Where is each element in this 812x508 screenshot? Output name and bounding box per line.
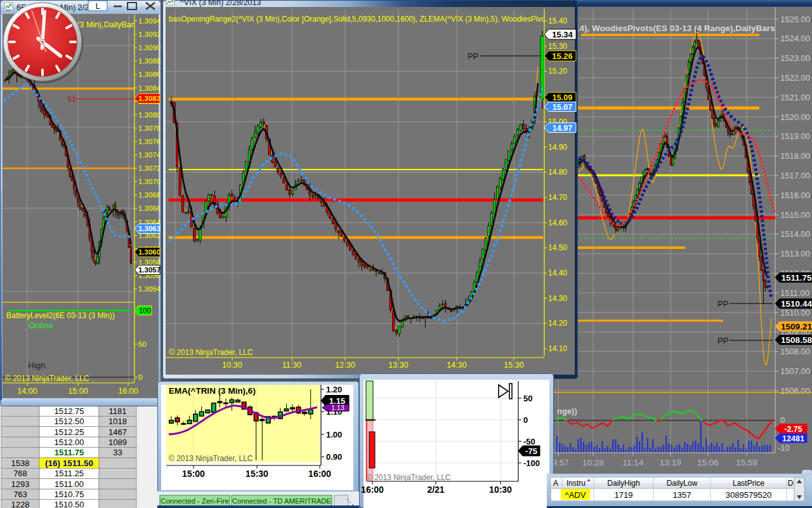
svg-text:© 2013 NinjaTrader, LLC: © 2013 NinjaTrader, LLC (169, 454, 253, 463)
svg-text:14:30: 14:30 (447, 361, 466, 370)
svg-text:15.07: 15.07 (553, 103, 572, 112)
svg-text:768: 768 (13, 469, 27, 478)
svg-text:1.3088: 1.3088 (138, 57, 160, 65)
svg-text:15:00: 15:00 (68, 387, 88, 396)
svg-text:1.3060: 1.3060 (138, 248, 160, 256)
svg-text:S1: S1 (67, 95, 75, 103)
svg-text:1.00: 1.00 (326, 430, 342, 439)
svg-text:1510.50: 1510.50 (55, 500, 84, 508)
svg-text:33: 33 (113, 448, 122, 457)
svg-text:DailyLow: DailyLow (667, 479, 698, 488)
svg-text:3089579520: 3089579520 (726, 490, 771, 500)
svg-text:1467: 1467 (108, 427, 127, 437)
svg-text:13:19: 13:19 (660, 458, 681, 467)
svg-text:14.97: 14.97 (553, 124, 572, 133)
svg-text:1.20: 1.20 (326, 385, 342, 394)
svg-text:1514.00: 1514.00 (780, 229, 810, 239)
svg-text:15:30: 15:30 (504, 361, 523, 370)
svg-text:13:30: 13:30 (388, 361, 408, 370)
svg-text:© 2013 NinjaTrader, LLC: © 2013 NinjaTrader, LLC (169, 348, 253, 357)
svg-text:1508.58: 1508.58 (781, 335, 812, 345)
svg-text:15:59: 15:59 (736, 458, 757, 467)
svg-text:EMA(^TRIN (3 Min),6): EMA(^TRIN (3 Min),6) (169, 386, 256, 396)
svg-text:Instru: Instru (566, 479, 586, 488)
svg-text:1523.00: 1523.00 (780, 53, 810, 63)
svg-text:1511.00: 1511.00 (55, 479, 84, 489)
svg-text:(16) 1511.50: (16) 1511.50 (45, 458, 93, 468)
svg-text:1511.00: 1511.00 (780, 288, 809, 298)
svg-text:14.90: 14.90 (548, 143, 567, 152)
svg-text:15.20: 15.20 (548, 67, 567, 76)
svg-text:basOpeningRange2(^VIX (3 Min),: basOpeningRange2(^VIX (3 Min),Color [Ora… (169, 15, 570, 23)
svg-text:1.3063: 1.3063 (138, 225, 160, 232)
svg-text:1516.00: 1516.00 (780, 190, 810, 200)
svg-text:1507.00: 1507.00 (780, 366, 810, 376)
svg-text:1.3084: 1.3084 (138, 84, 161, 92)
svg-text:1.3080: 1.3080 (138, 111, 160, 119)
svg-text:10:30: 10:30 (489, 485, 512, 495)
svg-text:15.26: 15.26 (552, 51, 573, 61)
svg-text:DailyHigh: DailyHigh (607, 479, 639, 488)
svg-text:100: 100 (139, 307, 151, 314)
svg-text:1518.00: 1518.00 (780, 151, 810, 161)
svg-text:Online: Online (29, 321, 53, 330)
svg-text:1.3078: 1.3078 (138, 124, 160, 132)
svg-text:15.34: 15.34 (552, 30, 573, 39)
svg-text:1511.25: 1511.25 (55, 469, 84, 478)
svg-text:1525.00: 1525.00 (780, 15, 810, 24)
svg-text:15:00: 15:00 (182, 469, 205, 479)
svg-text:1517.00: 1517.00 (780, 171, 810, 180)
svg-text:1.3054: 1.3054 (138, 285, 161, 293)
svg-text:50: 50 (523, 394, 532, 403)
svg-text:1511.75: 1511.75 (55, 448, 84, 457)
svg-text:10:28: 10:28 (582, 458, 604, 467)
svg-text:1522.00: 1522.00 (780, 73, 810, 83)
svg-text:1510.44: 1510.44 (781, 299, 812, 309)
svg-text:10:30: 10:30 (222, 361, 242, 370)
svg-text:16:00: 16:00 (308, 469, 331, 479)
svg-text:1089: 1089 (108, 438, 127, 447)
svg-text:16:00: 16:00 (361, 485, 384, 495)
svg-text:1.3074: 1.3074 (138, 151, 161, 159)
svg-text:1357: 1357 (673, 490, 691, 500)
svg-text:1.3070: 1.3070 (138, 178, 160, 185)
svg-text:PP: PP (468, 51, 478, 61)
svg-text:12481: 12481 (782, 434, 804, 443)
svg-text:1228: 1228 (11, 500, 30, 508)
svg-text:1.3072: 1.3072 (138, 164, 160, 172)
svg-text:1.3090: 1.3090 (138, 44, 160, 51)
svg-text:11:14: 11:14 (623, 458, 644, 467)
svg-text:1018: 1018 (108, 417, 127, 426)
svg-text:1.3086: 1.3086 (138, 70, 160, 78)
svg-text:14.60: 14.60 (548, 218, 567, 227)
svg-text:14), WoodiesPivots(ES 03-13: 14), WoodiesPivots(ES 03-13 (4 Range),Da… (575, 23, 775, 33)
svg-text:1513.00: 1513.00 (780, 249, 810, 258)
svg-text:1.3057: 1.3057 (138, 266, 160, 274)
svg-text:Connected - TD AMERITRADE: Connected - TD AMERITRADE (232, 497, 332, 505)
svg-text:-2.75: -2.75 (784, 425, 802, 434)
svg-text:1.3068: 1.3068 (138, 191, 160, 199)
svg-text:D: D (788, 479, 794, 488)
svg-text:1524.00: 1524.00 (780, 34, 810, 43)
svg-text:1519.00: 1519.00 (780, 131, 810, 141)
svg-text:PP: PP (717, 336, 728, 345)
svg-text:1512.50: 1512.50 (55, 417, 84, 426)
svg-text:-75: -75 (525, 446, 537, 456)
svg-text:^VIX (3 Min) 2/28/2013: ^VIX (3 Min) 2/28/2013 (180, 0, 261, 7)
svg-text:© 2013 NinjaTrader, LLC: © 2013 NinjaTrader, LLC (367, 473, 451, 482)
svg-text:0: 0 (523, 415, 528, 425)
svg-text:15.09: 15.09 (553, 93, 572, 102)
svg-text:14.10: 14.10 (548, 344, 567, 353)
svg-text:1506.00: 1506.00 (780, 386, 810, 396)
svg-text:1.3092: 1.3092 (138, 30, 160, 38)
svg-text:nge)): nge)) (557, 406, 577, 416)
svg-text:-50: -50 (523, 437, 535, 446)
svg-text:1509.21: 1509.21 (781, 322, 812, 331)
svg-text:14.20: 14.20 (548, 319, 567, 328)
svg-text:1515.00: 1515.00 (780, 210, 810, 220)
svg-text:1181: 1181 (109, 406, 127, 416)
svg-text:© 2013 NinjaTrader, LLC: © 2013 NinjaTrader, LLC (5, 374, 89, 383)
svg-text:15:30: 15:30 (246, 469, 268, 479)
svg-text:1719: 1719 (615, 490, 633, 500)
svg-text:LastPrice: LastPrice (733, 479, 764, 488)
